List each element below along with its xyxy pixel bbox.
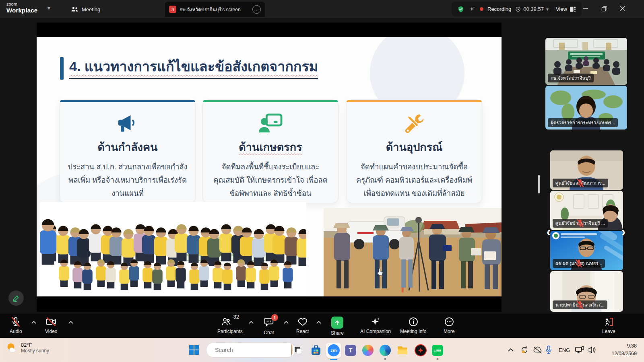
mic-off-icon	[553, 300, 607, 309]
people-icon	[71, 6, 78, 12]
game-app-icon[interactable]	[413, 343, 428, 358]
card-equipment: ด้านอุปกรณ์ จัดทำแผนคำของบประมาณจัดซื้อค…	[346, 99, 482, 203]
more-button[interactable]: More	[444, 317, 454, 334]
chat-button[interactable]: 1 Chat	[264, 317, 274, 335]
teams-app-icon[interactable]: T	[343, 343, 358, 358]
video-tile[interactable]: ศูนย์วิจัยและพัฒนาการ...	[550, 150, 623, 190]
meeting-status-pill: Recording 00:39:57 ▾ View	[452, 2, 582, 16]
search-input[interactable]	[215, 347, 288, 353]
copilot-app-icon[interactable]	[360, 343, 376, 358]
windows-logo-icon	[189, 345, 199, 355]
strip-scroll-indicator[interactable]	[538, 175, 540, 193]
ai-sparkle-icon[interactable]	[469, 6, 476, 13]
card-body: ประสาน ส.ป.ก. ส่วนกลางเพื่อขอกำลังพลเพิ่…	[60, 160, 195, 200]
close-button[interactable]	[616, 2, 630, 14]
zoom-app-icon[interactable]: zm	[326, 343, 341, 358]
video-label: กษ.จังหวัดปราจีนบุรี	[551, 74, 591, 82]
slide-title: 4. แนวทางการแก้ไขและข้อสังเกตจากกรม	[69, 56, 318, 79]
task-view-button[interactable]	[291, 343, 306, 358]
workspace-chevron-down-icon[interactable]: ▾	[47, 5, 50, 11]
share-label: Share	[331, 330, 344, 336]
file-explorer-icon[interactable]	[395, 343, 410, 358]
microsoft-store-icon[interactable]	[308, 343, 324, 358]
view-label: View	[556, 6, 567, 12]
tray-volume-icon[interactable]	[587, 338, 597, 362]
tab-shared-screen[interactable]: ก กษ.จังหวัดปราจีนบุรี's screen …	[165, 2, 265, 17]
edge-browser-icon[interactable]	[378, 343, 393, 358]
taskbar-search[interactable]	[206, 342, 295, 358]
title-accent-bar	[60, 57, 64, 80]
windows-taskbar: 82°F Mostly sunny zm T	[0, 338, 644, 362]
chat-caret[interactable]	[283, 319, 289, 325]
teams-logo: T	[345, 345, 356, 356]
annotate-button[interactable]	[8, 290, 24, 306]
tray-network-icon[interactable]	[575, 338, 584, 362]
react-button[interactable]: React	[296, 317, 309, 334]
minimize-button[interactable]	[579, 2, 592, 14]
running-app-indicator	[437, 358, 439, 360]
taskbar-weather-widget[interactable]: 82°F Mostly sunny	[6, 341, 49, 354]
meeting-stage: 4. แนวทางการแก้ไขและข้อสังเกตจากกรม ด้าน…	[0, 18, 644, 314]
video-tile[interactable]: ผู้ตรวจราชการกระทรวงเกษตร...	[545, 86, 627, 130]
ai-companion-label: AI Companion	[360, 329, 391, 334]
tray-clock[interactable]: 9:38 12/03/2569	[611, 338, 637, 362]
participants-count: 32	[233, 314, 239, 320]
tray-language-indicator[interactable]: ENG	[559, 338, 570, 362]
restore-button[interactable]	[597, 2, 611, 14]
next-videos-chevron-icon[interactable]: ›	[619, 223, 628, 239]
tray-mic-icon[interactable]	[545, 338, 552, 362]
prev-videos-chevron-icon[interactable]: ‹	[544, 223, 553, 239]
timer-value: 00:39:57	[523, 6, 544, 12]
tray-cloud-off-icon[interactable]	[533, 338, 543, 362]
leave-button[interactable]: Leave	[602, 317, 615, 334]
view-button[interactable]: View	[556, 6, 576, 12]
layout-grid-icon	[570, 6, 576, 12]
ai-companion-button[interactable]: AI Companion	[360, 317, 391, 334]
video-tile[interactable]: นายปทาธิป มีนสงเงิน (...	[550, 271, 623, 312]
card-accent-rail	[60, 100, 195, 102]
react-caret[interactable]	[316, 319, 322, 325]
card-title: ด้านกำลังคน	[60, 138, 195, 156]
meeting-timer[interactable]: 00:39:57 ▾	[515, 6, 549, 12]
video-tile[interactable]: ศูนย์วิจัยข้าวปราจีนบุรี ...	[550, 191, 623, 230]
participants-caret[interactable]	[248, 319, 254, 325]
video-options-caret[interactable]	[68, 319, 74, 325]
meeting-info-button[interactable]: Meeting info	[400, 317, 426, 334]
card-accent-rail	[203, 100, 338, 102]
field-survey-photo	[324, 208, 502, 296]
clock-icon	[515, 6, 521, 12]
tab-meeting[interactable]: Meeting	[68, 3, 103, 15]
brand-line1: zoom	[6, 2, 37, 6]
timer-chevron-down-icon: ▾	[546, 6, 549, 12]
running-app-indicator	[384, 358, 386, 360]
card-body: จัดทีมลงพื้นที่ชี้แจงระเบียบและคุณสมบัติ…	[203, 160, 338, 200]
slide-canvas: 4. แนวทางการแก้ไขและข้อสังเกตจากกรม ด้าน…	[37, 37, 502, 296]
video-tile[interactable]: กษ.จังหวัดปราจีนบุรี	[545, 38, 627, 85]
audio-button[interactable]: Audio	[10, 317, 22, 334]
video-tile[interactable]: ผช.ผต.(มกอช) ณทธร...	[550, 231, 623, 270]
tray-hidden-icons-chevron[interactable]	[508, 338, 514, 362]
line-logo: LINE	[432, 345, 443, 356]
start-button[interactable]	[188, 343, 200, 356]
tab-shared-screen-label: กษ.จังหวัดปราจีนบุรี's screen	[180, 6, 249, 13]
audio-options-caret[interactable]	[31, 319, 37, 325]
share-button[interactable]: Share	[331, 317, 344, 336]
tab-meeting-label: Meeting	[82, 6, 100, 12]
tab-options-ellipsis-icon[interactable]: …	[252, 5, 261, 14]
line-app-icon[interactable]: LINE	[430, 343, 445, 358]
participants-icon	[221, 317, 231, 327]
chat-label: Chat	[264, 330, 274, 335]
video-button[interactable]: Video	[45, 317, 57, 334]
security-shield-icon[interactable]	[457, 6, 464, 13]
more-label: More	[444, 329, 454, 334]
tray-update-icon[interactable]	[520, 338, 529, 362]
mic-off-icon	[553, 179, 608, 187]
megaphone-icon	[114, 111, 141, 136]
participants-button[interactable]: 32 Participants	[217, 317, 243, 334]
group-photo	[40, 202, 306, 296]
ai-companion-icon	[370, 317, 381, 327]
search-icon	[211, 347, 212, 353]
camera-muted-icon	[45, 317, 57, 327]
recording-dot-icon	[480, 7, 483, 11]
pencil-icon	[12, 294, 20, 302]
